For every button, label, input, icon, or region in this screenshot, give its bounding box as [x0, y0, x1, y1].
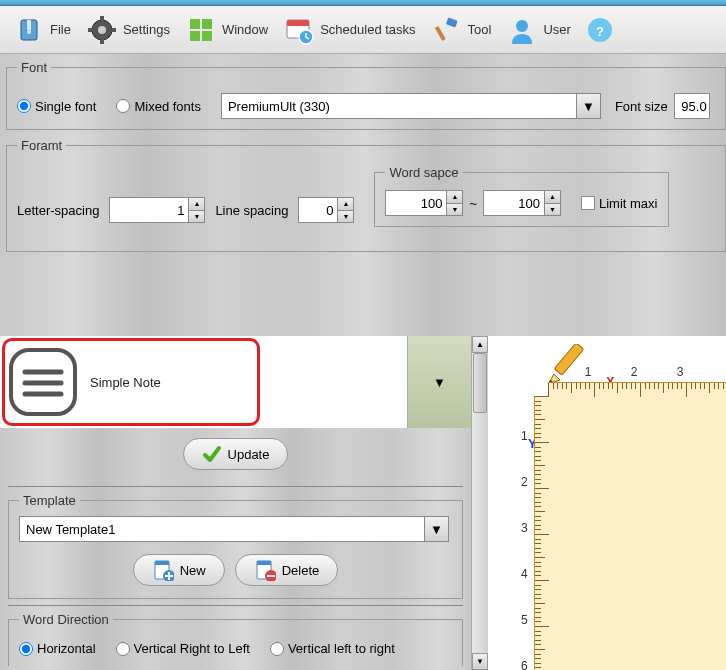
letter-spacing-input[interactable]: [109, 197, 189, 223]
svg-rect-32: [554, 344, 584, 375]
svg-point-4: [98, 26, 106, 34]
note-type-selector[interactable]: Simple Note ▼: [0, 336, 471, 428]
letter-spacing-up[interactable]: ▲: [189, 197, 205, 210]
update-label: Update: [228, 447, 270, 462]
zip-icon: [14, 15, 44, 45]
line-spacing-down[interactable]: ▼: [338, 210, 354, 224]
word-space-min-input[interactable]: [385, 190, 447, 216]
hammer-icon: [432, 15, 462, 45]
update-button[interactable]: Update: [183, 438, 289, 470]
svg-rect-16: [446, 17, 458, 27]
scheduled-label: Scheduled tasks: [320, 22, 415, 37]
ruler-horizontal: 123: [548, 382, 726, 406]
svg-text:?: ?: [596, 24, 604, 39]
svg-rect-26: [155, 561, 169, 565]
new-template-button[interactable]: New: [133, 554, 225, 586]
canvas-area: X Y 123 123456: [488, 336, 726, 670]
user-menu[interactable]: User: [501, 13, 576, 47]
font-name-input[interactable]: [221, 93, 577, 119]
help-icon[interactable]: ?: [585, 15, 615, 45]
ruler-h-num: 3: [677, 365, 684, 379]
template-group: Template ▼ New Delete: [8, 493, 463, 599]
ruler-h-num: 1: [585, 365, 592, 379]
svg-rect-14: [287, 20, 309, 26]
ws-max-down[interactable]: ▼: [545, 203, 561, 217]
ws-min-up[interactable]: ▲: [447, 190, 463, 203]
line-spacing-up[interactable]: ▲: [338, 197, 354, 210]
vrtl-label: Vertical Right to Left: [134, 641, 250, 656]
divider-2: [8, 605, 463, 606]
note-type-label: Simple Note: [86, 336, 407, 428]
limit-max-checkbox[interactable]: Limit maxi: [581, 196, 658, 211]
ruler-vertical: 123456: [534, 396, 558, 670]
lines-icon: [0, 336, 86, 428]
left-panel: Simple Note ▼ Update Template ▼: [0, 336, 488, 670]
horizontal-label: Horizontal: [37, 641, 96, 656]
svg-rect-10: [202, 19, 212, 29]
file-label: File: [50, 22, 71, 37]
ruler-v-num: 1: [521, 429, 528, 443]
svg-rect-5: [100, 16, 104, 22]
window-menu[interactable]: Window: [180, 13, 274, 47]
ruler-v-num: 6: [521, 659, 528, 670]
ws-sep: ~: [469, 196, 477, 211]
user-label: User: [543, 22, 570, 37]
font-size-label: Font size: [615, 99, 668, 114]
letter-spacing-label: Letter-spacing: [17, 203, 99, 218]
template-name-input[interactable]: [19, 516, 425, 542]
word-space-max-input[interactable]: [483, 190, 545, 216]
vertical-ltr-radio[interactable]: Vertical left to right: [270, 641, 395, 656]
scroll-thumb[interactable]: [473, 353, 487, 413]
delete-label: Delete: [282, 563, 320, 578]
scroll-up-button[interactable]: ▲: [472, 336, 488, 353]
file-menu[interactable]: File: [8, 13, 77, 47]
horizontal-radio[interactable]: Horizontal: [19, 641, 96, 656]
svg-point-2: [27, 30, 31, 34]
scheduled-menu[interactable]: Scheduled tasks: [278, 13, 421, 47]
svg-rect-17: [434, 25, 445, 40]
ruler-v-num: 3: [521, 521, 528, 535]
ws-max-up[interactable]: ▲: [545, 190, 561, 203]
svg-rect-11: [190, 31, 200, 41]
word-space-legend: Word sapce: [385, 165, 462, 180]
template-dropdown-button[interactable]: ▼: [425, 516, 449, 542]
ruler-v-num: 5: [521, 613, 528, 627]
tool-menu[interactable]: Tool: [426, 13, 498, 47]
svg-rect-9: [190, 19, 200, 29]
windows-icon: [186, 15, 216, 45]
new-label: New: [180, 563, 206, 578]
letter-spacing-down[interactable]: ▼: [189, 210, 205, 224]
tool-label: Tool: [468, 22, 492, 37]
delete-template-button[interactable]: Delete: [235, 554, 339, 586]
format-group: Foramt Letter-spacing ▲▼ Line spacing ▲▼…: [6, 138, 726, 252]
svg-point-18: [516, 20, 528, 32]
note-type-dropdown[interactable]: ▼: [407, 336, 471, 428]
line-spacing-input[interactable]: [298, 197, 338, 223]
font-dropdown-button[interactable]: ▼: [577, 93, 601, 119]
font-size-input[interactable]: [674, 93, 710, 119]
mixed-fonts-label: Mixed fonts: [134, 99, 200, 114]
vertical-rtl-radio[interactable]: Vertical Right to Left: [116, 641, 250, 656]
window-label: Window: [222, 22, 268, 37]
scroll-down-button[interactable]: ▼: [472, 653, 488, 670]
user-icon: [507, 15, 537, 45]
single-font-radio[interactable]: Single font: [17, 99, 96, 114]
svg-rect-31: [267, 575, 275, 577]
line-spacing-label: Line spacing: [215, 203, 288, 218]
svg-rect-1: [27, 20, 31, 30]
ruler-v-num: 4: [521, 567, 528, 581]
left-scrollbar[interactable]: ▲ ▼: [471, 336, 488, 670]
ruler-v-num: 2: [521, 475, 528, 489]
mixed-fonts-radio[interactable]: Mixed fonts: [116, 99, 200, 114]
settings-menu[interactable]: Settings: [81, 13, 176, 47]
page-canvas[interactable]: [548, 396, 726, 670]
svg-rect-7: [88, 28, 94, 32]
divider: [8, 486, 463, 487]
limit-max-label: Limit maxi: [599, 196, 658, 211]
ruler-h-num: 2: [631, 365, 638, 379]
svg-rect-12: [202, 31, 212, 41]
vltr-label: Vertical left to right: [288, 641, 395, 656]
ws-min-down[interactable]: ▼: [447, 203, 463, 217]
gear-icon: [87, 15, 117, 45]
template-legend: Template: [19, 493, 80, 508]
